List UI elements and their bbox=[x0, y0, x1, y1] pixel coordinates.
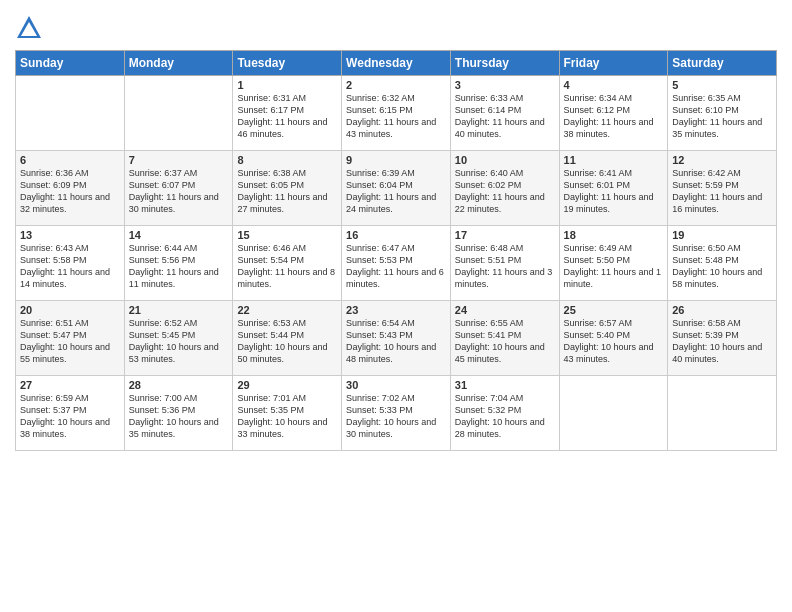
header bbox=[15, 10, 777, 42]
day-cell bbox=[124, 76, 233, 151]
day-info: Sunrise: 6:36 AM Sunset: 6:09 PM Dayligh… bbox=[20, 167, 120, 216]
day-info: Sunrise: 6:35 AM Sunset: 6:10 PM Dayligh… bbox=[672, 92, 772, 141]
day-cell: 22Sunrise: 6:53 AM Sunset: 5:44 PM Dayli… bbox=[233, 301, 342, 376]
day-info: Sunrise: 7:01 AM Sunset: 5:35 PM Dayligh… bbox=[237, 392, 337, 441]
day-info: Sunrise: 6:38 AM Sunset: 6:05 PM Dayligh… bbox=[237, 167, 337, 216]
day-cell: 28Sunrise: 7:00 AM Sunset: 5:36 PM Dayli… bbox=[124, 376, 233, 451]
weekday-header-friday: Friday bbox=[559, 51, 668, 76]
weekday-header-sunday: Sunday bbox=[16, 51, 125, 76]
day-number: 21 bbox=[129, 304, 229, 316]
day-number: 10 bbox=[455, 154, 555, 166]
day-cell bbox=[16, 76, 125, 151]
day-cell bbox=[559, 376, 668, 451]
day-cell: 19Sunrise: 6:50 AM Sunset: 5:48 PM Dayli… bbox=[668, 226, 777, 301]
day-cell: 13Sunrise: 6:43 AM Sunset: 5:58 PM Dayli… bbox=[16, 226, 125, 301]
week-row-5: 27Sunrise: 6:59 AM Sunset: 5:37 PM Dayli… bbox=[16, 376, 777, 451]
day-cell: 16Sunrise: 6:47 AM Sunset: 5:53 PM Dayli… bbox=[342, 226, 451, 301]
day-number: 13 bbox=[20, 229, 120, 241]
day-cell: 30Sunrise: 7:02 AM Sunset: 5:33 PM Dayli… bbox=[342, 376, 451, 451]
day-info: Sunrise: 6:51 AM Sunset: 5:47 PM Dayligh… bbox=[20, 317, 120, 366]
weekday-header-tuesday: Tuesday bbox=[233, 51, 342, 76]
day-number: 5 bbox=[672, 79, 772, 91]
day-info: Sunrise: 6:39 AM Sunset: 6:04 PM Dayligh… bbox=[346, 167, 446, 216]
day-number: 2 bbox=[346, 79, 446, 91]
day-info: Sunrise: 6:42 AM Sunset: 5:59 PM Dayligh… bbox=[672, 167, 772, 216]
day-info: Sunrise: 6:50 AM Sunset: 5:48 PM Dayligh… bbox=[672, 242, 772, 291]
calendar: SundayMondayTuesdayWednesdayThursdayFrid… bbox=[15, 50, 777, 451]
day-number: 11 bbox=[564, 154, 664, 166]
day-cell: 20Sunrise: 6:51 AM Sunset: 5:47 PM Dayli… bbox=[16, 301, 125, 376]
day-cell: 10Sunrise: 6:40 AM Sunset: 6:02 PM Dayli… bbox=[450, 151, 559, 226]
day-number: 26 bbox=[672, 304, 772, 316]
day-info: Sunrise: 6:47 AM Sunset: 5:53 PM Dayligh… bbox=[346, 242, 446, 291]
day-info: Sunrise: 6:46 AM Sunset: 5:54 PM Dayligh… bbox=[237, 242, 337, 291]
day-number: 25 bbox=[564, 304, 664, 316]
day-cell: 11Sunrise: 6:41 AM Sunset: 6:01 PM Dayli… bbox=[559, 151, 668, 226]
day-info: Sunrise: 6:37 AM Sunset: 6:07 PM Dayligh… bbox=[129, 167, 229, 216]
day-info: Sunrise: 7:04 AM Sunset: 5:32 PM Dayligh… bbox=[455, 392, 555, 441]
day-cell: 21Sunrise: 6:52 AM Sunset: 5:45 PM Dayli… bbox=[124, 301, 233, 376]
day-cell bbox=[668, 376, 777, 451]
day-number: 29 bbox=[237, 379, 337, 391]
weekday-header-monday: Monday bbox=[124, 51, 233, 76]
day-number: 9 bbox=[346, 154, 446, 166]
day-number: 15 bbox=[237, 229, 337, 241]
day-number: 3 bbox=[455, 79, 555, 91]
day-info: Sunrise: 6:57 AM Sunset: 5:40 PM Dayligh… bbox=[564, 317, 664, 366]
day-cell: 7Sunrise: 6:37 AM Sunset: 6:07 PM Daylig… bbox=[124, 151, 233, 226]
week-row-4: 20Sunrise: 6:51 AM Sunset: 5:47 PM Dayli… bbox=[16, 301, 777, 376]
day-info: Sunrise: 6:59 AM Sunset: 5:37 PM Dayligh… bbox=[20, 392, 120, 441]
day-number: 16 bbox=[346, 229, 446, 241]
day-cell: 29Sunrise: 7:01 AM Sunset: 5:35 PM Dayli… bbox=[233, 376, 342, 451]
day-info: Sunrise: 6:32 AM Sunset: 6:15 PM Dayligh… bbox=[346, 92, 446, 141]
day-number: 4 bbox=[564, 79, 664, 91]
weekday-header-thursday: Thursday bbox=[450, 51, 559, 76]
day-cell: 27Sunrise: 6:59 AM Sunset: 5:37 PM Dayli… bbox=[16, 376, 125, 451]
weekday-header-wednesday: Wednesday bbox=[342, 51, 451, 76]
day-cell: 5Sunrise: 6:35 AM Sunset: 6:10 PM Daylig… bbox=[668, 76, 777, 151]
day-info: Sunrise: 7:02 AM Sunset: 5:33 PM Dayligh… bbox=[346, 392, 446, 441]
day-info: Sunrise: 6:52 AM Sunset: 5:45 PM Dayligh… bbox=[129, 317, 229, 366]
day-cell: 15Sunrise: 6:46 AM Sunset: 5:54 PM Dayli… bbox=[233, 226, 342, 301]
day-number: 6 bbox=[20, 154, 120, 166]
day-info: Sunrise: 6:48 AM Sunset: 5:51 PM Dayligh… bbox=[455, 242, 555, 291]
day-number: 1 bbox=[237, 79, 337, 91]
day-cell: 14Sunrise: 6:44 AM Sunset: 5:56 PM Dayli… bbox=[124, 226, 233, 301]
day-number: 8 bbox=[237, 154, 337, 166]
day-number: 19 bbox=[672, 229, 772, 241]
day-cell: 4Sunrise: 6:34 AM Sunset: 6:12 PM Daylig… bbox=[559, 76, 668, 151]
day-cell: 8Sunrise: 6:38 AM Sunset: 6:05 PM Daylig… bbox=[233, 151, 342, 226]
day-number: 24 bbox=[455, 304, 555, 316]
day-number: 28 bbox=[129, 379, 229, 391]
day-number: 18 bbox=[564, 229, 664, 241]
day-cell: 2Sunrise: 6:32 AM Sunset: 6:15 PM Daylig… bbox=[342, 76, 451, 151]
day-info: Sunrise: 6:43 AM Sunset: 5:58 PM Dayligh… bbox=[20, 242, 120, 291]
day-info: Sunrise: 6:34 AM Sunset: 6:12 PM Dayligh… bbox=[564, 92, 664, 141]
day-cell: 23Sunrise: 6:54 AM Sunset: 5:43 PM Dayli… bbox=[342, 301, 451, 376]
day-cell: 26Sunrise: 6:58 AM Sunset: 5:39 PM Dayli… bbox=[668, 301, 777, 376]
day-number: 14 bbox=[129, 229, 229, 241]
header-row: SundayMondayTuesdayWednesdayThursdayFrid… bbox=[16, 51, 777, 76]
logo bbox=[15, 14, 47, 42]
day-cell: 24Sunrise: 6:55 AM Sunset: 5:41 PM Dayli… bbox=[450, 301, 559, 376]
day-cell: 25Sunrise: 6:57 AM Sunset: 5:40 PM Dayli… bbox=[559, 301, 668, 376]
day-info: Sunrise: 6:40 AM Sunset: 6:02 PM Dayligh… bbox=[455, 167, 555, 216]
logo-icon bbox=[15, 14, 43, 42]
day-info: Sunrise: 6:33 AM Sunset: 6:14 PM Dayligh… bbox=[455, 92, 555, 141]
day-number: 30 bbox=[346, 379, 446, 391]
day-info: Sunrise: 6:53 AM Sunset: 5:44 PM Dayligh… bbox=[237, 317, 337, 366]
day-cell: 18Sunrise: 6:49 AM Sunset: 5:50 PM Dayli… bbox=[559, 226, 668, 301]
day-info: Sunrise: 6:58 AM Sunset: 5:39 PM Dayligh… bbox=[672, 317, 772, 366]
day-cell: 1Sunrise: 6:31 AM Sunset: 6:17 PM Daylig… bbox=[233, 76, 342, 151]
day-info: Sunrise: 6:54 AM Sunset: 5:43 PM Dayligh… bbox=[346, 317, 446, 366]
day-number: 20 bbox=[20, 304, 120, 316]
day-number: 23 bbox=[346, 304, 446, 316]
day-info: Sunrise: 6:44 AM Sunset: 5:56 PM Dayligh… bbox=[129, 242, 229, 291]
day-info: Sunrise: 6:55 AM Sunset: 5:41 PM Dayligh… bbox=[455, 317, 555, 366]
day-number: 27 bbox=[20, 379, 120, 391]
day-cell: 9Sunrise: 6:39 AM Sunset: 6:04 PM Daylig… bbox=[342, 151, 451, 226]
day-cell: 31Sunrise: 7:04 AM Sunset: 5:32 PM Dayli… bbox=[450, 376, 559, 451]
page: SundayMondayTuesdayWednesdayThursdayFrid… bbox=[0, 0, 792, 612]
day-cell: 6Sunrise: 6:36 AM Sunset: 6:09 PM Daylig… bbox=[16, 151, 125, 226]
day-number: 22 bbox=[237, 304, 337, 316]
